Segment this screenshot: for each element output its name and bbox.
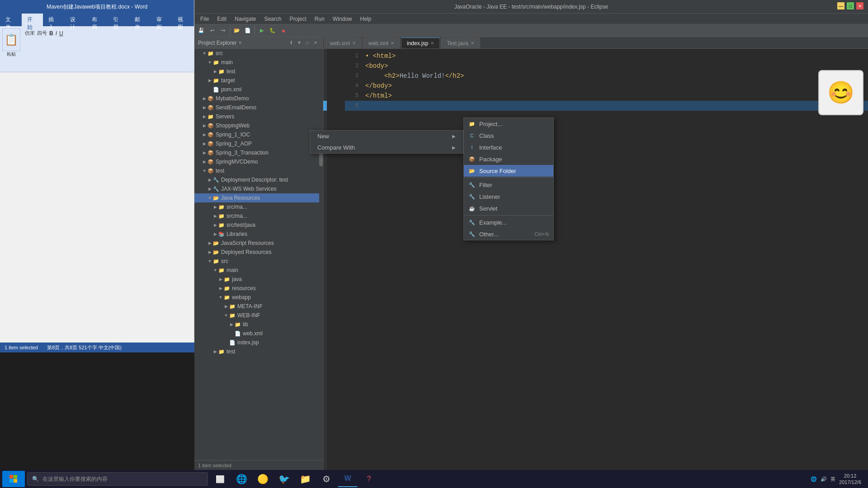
word-tab-design[interactable]: 设计 xyxy=(65,14,86,26)
tab-webxml2-close[interactable]: ✕ xyxy=(391,41,394,46)
tree-item-srcma1[interactable]: ▶ 📁 src/ma... xyxy=(194,202,319,211)
minimize-button[interactable]: — xyxy=(837,2,844,9)
word-tab-review[interactable]: 审阅 xyxy=(151,14,173,26)
tab-testjava[interactable]: Test.java ✕ xyxy=(441,38,480,48)
context-menu-compare[interactable]: Compare With ▶ xyxy=(310,142,463,153)
tree-item-java[interactable]: ▶ 📁 java xyxy=(194,275,319,284)
maximize-button[interactable]: □ xyxy=(847,2,854,9)
tree-item-spring3[interactable]: ▶ 📦 Spring_3_Transaction xyxy=(194,148,319,157)
taskbar-app-taskview[interactable]: ⬜ xyxy=(210,471,230,487)
tab-webxml1[interactable]: web.xml ✕ xyxy=(324,38,362,48)
submenu-listener[interactable]: 🔧 Listener xyxy=(464,191,553,202)
toolbar-debug[interactable]: 🐛 xyxy=(268,26,278,36)
start-button[interactable] xyxy=(2,471,25,487)
tree-item-main[interactable]: ▼ 📁 main xyxy=(194,58,319,67)
tree-item-metainf[interactable]: ▶ 📁 META-INF xyxy=(194,302,319,311)
tree-item-webxml[interactable]: ▶ 📄 web.xml xyxy=(194,329,319,338)
tree-item-srctestjava[interactable]: ▶ 📁 src/test/java xyxy=(194,221,319,230)
project-explorer-scrollbar[interactable] xyxy=(319,49,323,460)
taskbar-clock[interactable]: 20:12 2017/12/6 xyxy=(839,473,861,486)
menu-help[interactable]: Help xyxy=(357,15,375,23)
tab-testjava-close[interactable]: ✕ xyxy=(471,41,474,46)
word-tab-file[interactable]: 文件 xyxy=(0,14,22,26)
menu-window[interactable]: Window xyxy=(329,15,356,23)
submenu-project[interactable]: 📁 Project... xyxy=(464,118,553,130)
tree-item-test-sub[interactable]: ▶ 📁 test xyxy=(194,67,319,76)
toolbar-save[interactable]: 💾 xyxy=(196,26,206,36)
tree-item-test-project[interactable]: ▼ 📦 test xyxy=(194,166,319,175)
tab-indexjsp-close[interactable]: ✕ xyxy=(430,41,434,46)
tree-item-test3[interactable]: ▶ 📁 test xyxy=(194,347,319,356)
submenu-other[interactable]: 🔧 Other... Ctrl+N xyxy=(464,228,553,240)
submenu-class[interactable]: C Class xyxy=(464,130,553,141)
toolbar-stop[interactable]: ■ xyxy=(278,26,288,36)
tree-item-indexjsp[interactable]: ▶ 📄 index.jsp xyxy=(194,338,319,347)
toolbar-run[interactable]: ▶ xyxy=(257,26,267,36)
panel-collapse-btn[interactable]: ⬆ xyxy=(288,39,295,47)
tree-item-webapp[interactable]: ▼ 📁 webapp xyxy=(194,293,319,302)
tree-item-webinf[interactable]: ▼ 📁 WEB-INF xyxy=(194,311,319,320)
submenu-package[interactable]: 📦 Package xyxy=(464,153,553,165)
project-tree[interactable]: ▼ 📁 src ▼ 📁 main ▶ 📁 test xyxy=(194,49,319,460)
tab-indexjsp[interactable]: index.jsp ✕ xyxy=(401,38,440,48)
close-button[interactable]: ✕ xyxy=(856,2,863,9)
tree-item-deployment[interactable]: ▶ 🔧 Deployment Descriptor: test xyxy=(194,175,319,184)
word-tab-layout[interactable]: 布局 xyxy=(86,14,108,26)
toolbar-redo[interactable]: ↪ xyxy=(218,26,228,36)
word-tab-insert[interactable]: 插入 xyxy=(43,14,65,26)
panel-close-btn[interactable]: ✕ xyxy=(312,39,319,47)
menu-project[interactable]: Project xyxy=(286,15,310,23)
tree-item-servers[interactable]: ▶ 📁 Servers xyxy=(194,112,319,121)
tree-item-mybatis[interactable]: ▶ 📦 MybatisDemo xyxy=(194,94,319,103)
menu-search[interactable]: Search xyxy=(260,15,285,23)
submenu-source-folder[interactable]: 📂 Source Folder xyxy=(464,165,553,177)
word-tab-mailings[interactable]: 邮件 xyxy=(129,14,151,26)
tree-item-src[interactable]: ▼ 📁 src xyxy=(194,49,319,58)
taskbar-app-edge[interactable]: 🌐 xyxy=(231,471,251,487)
tree-item-srcma2[interactable]: ▶ 📁 src/ma... xyxy=(194,211,319,221)
menu-edit[interactable]: Edit xyxy=(213,15,230,23)
tree-item-spring2[interactable]: ▶ 📦 Spring_2_AOP xyxy=(194,139,319,148)
tree-item-spring1[interactable]: ▶ 📦 Spring_1_IOC xyxy=(194,130,319,139)
toolbar-open[interactable]: 📂 xyxy=(232,26,242,36)
taskbar-app-word[interactable]: W xyxy=(338,471,358,487)
menu-navigate[interactable]: Navigate xyxy=(231,15,259,23)
tree-item-js-resources[interactable]: ▶ 📂 JavaScript Resources xyxy=(194,239,319,248)
menu-run[interactable]: Run xyxy=(311,15,328,23)
menu-file[interactable]: File xyxy=(197,15,212,23)
taskbar-app-misc1[interactable]: 🐦 xyxy=(274,471,294,487)
taskbar-app-chrome[interactable]: 🟡 xyxy=(253,471,273,487)
tree-item-sendemail[interactable]: ▶ 📦 SendEmailDemo xyxy=(194,103,319,112)
tree-item-lib[interactable]: ▶ 📁 lib xyxy=(194,320,319,329)
taskbar-app-howdoi[interactable]: ? xyxy=(359,471,379,487)
panel-menu-btn[interactable]: ▼ xyxy=(296,39,303,47)
taskbar-app-explorer[interactable]: 📁 xyxy=(295,471,315,487)
tree-item-libraries[interactable]: ▶ 📚 Libraries xyxy=(194,230,319,239)
tree-item-src2[interactable]: ▼ 📁 src xyxy=(194,257,319,266)
taskbar-search-box[interactable]: 🔍 在这里输入你要搜索的内容 xyxy=(27,472,208,486)
context-menu-new[interactable]: New ▶ xyxy=(310,131,463,142)
tree-item-java-resources[interactable]: ▼ 📂 Java Resources xyxy=(194,193,319,202)
word-tab-home[interactable]: 开始 xyxy=(22,14,43,26)
tree-item-springmvc[interactable]: ▶ 📦 SpringMVCDemo xyxy=(194,157,319,166)
tree-item-main2[interactable]: ▼ 📁 main xyxy=(194,266,319,275)
tree-item-pomxml[interactable]: ▶ 📄 pom.xml xyxy=(194,85,319,94)
toolbar-new[interactable]: 📄 xyxy=(243,26,253,36)
tree-item-jaxws[interactable]: ▶ 🔧 JAX-WS Web Services xyxy=(194,184,319,193)
tree-item-deployed[interactable]: ▶ 📂 Deployed Resources xyxy=(194,248,319,257)
tab-webxml2[interactable]: web.xml ✕ xyxy=(363,38,400,48)
tab-webxml1-close[interactable]: ✕ xyxy=(352,41,356,46)
tree-item-shopping[interactable]: ▶ 📦 ShoppingWeb xyxy=(194,121,319,130)
submenu-example[interactable]: 🔧 Example... xyxy=(464,216,553,228)
toolbar-undo[interactable]: ↩ xyxy=(207,26,217,36)
tree-item-target[interactable]: ▶ 📁 target xyxy=(194,76,319,85)
panel-maximize-btn[interactable]: □ xyxy=(304,39,311,47)
word-tab-references[interactable]: 引用 xyxy=(108,14,129,26)
tree-item-resources[interactable]: ▶ 📁 resources xyxy=(194,284,319,293)
word-tab-view[interactable]: 视图 xyxy=(172,14,194,26)
taskbar-app-settings[interactable]: ⚙ xyxy=(316,471,336,487)
submenu-filter[interactable]: 🔧 Filter xyxy=(464,179,553,191)
panel-close-icon[interactable]: ✕ xyxy=(238,40,242,45)
submenu-interface[interactable]: I Interface xyxy=(464,141,553,153)
submenu-servlet[interactable]: ☕ Servlet xyxy=(464,202,553,214)
